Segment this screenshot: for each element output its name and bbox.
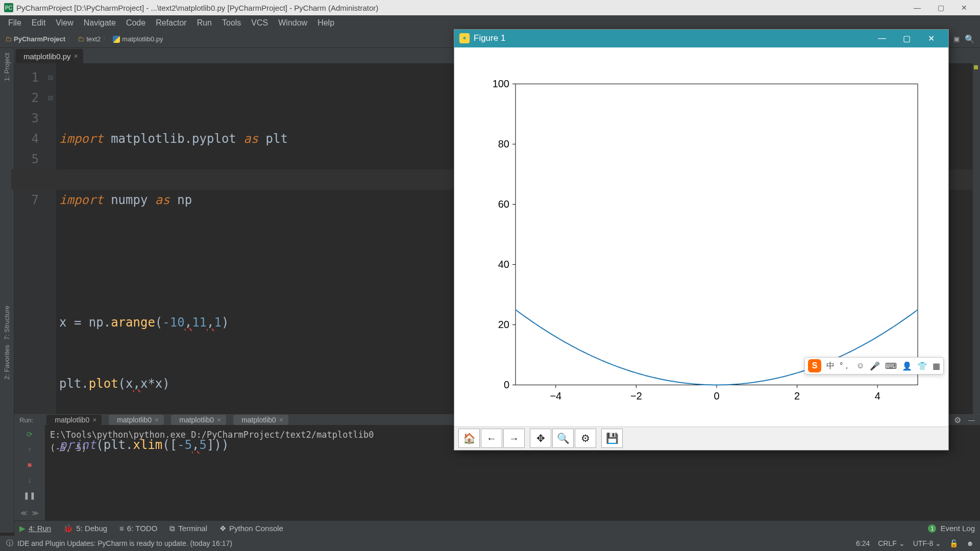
ime-mode-toggle[interactable]: 中	[826, 361, 835, 371]
toolwindow-eventlog-tab[interactable]: Event Log	[940, 524, 975, 533]
readonly-toggle-icon[interactable]: 🔓	[949, 539, 958, 547]
x-tick-label: −2	[630, 390, 642, 401]
next-icon[interactable]: ≫	[32, 509, 39, 517]
menu-run[interactable]: Run	[192, 15, 217, 31]
y-tick-label: 40	[498, 258, 509, 269]
matplotlib-figure-window[interactable]: ✶ Figure 1 — ▢ ✕ 020406080100−4−2024 🏠 ←…	[454, 30, 948, 450]
search-icon[interactable]: 🔍	[965, 34, 975, 44]
menu-help[interactable]: Help	[312, 15, 339, 31]
menu-refactor[interactable]: Refactor	[151, 15, 191, 31]
menu-code[interactable]: Code	[121, 15, 151, 31]
editor-scrollbar[interactable]	[973, 63, 980, 414]
toolwindow-run-tab[interactable]: ▶4: Run	[19, 524, 51, 533]
menu-view[interactable]: View	[51, 15, 78, 31]
menu-vcs[interactable]: VCS	[246, 15, 273, 31]
x-tick-label: 2	[794, 390, 800, 401]
fold-gutter: ⊟ ⊟	[45, 63, 56, 414]
close-icon[interactable]: ×	[217, 416, 221, 424]
folder-icon: 🗀	[78, 35, 84, 43]
inspection-warning-icon[interactable]	[974, 65, 978, 69]
close-icon[interactable]: ×	[92, 416, 96, 424]
figure-close-button[interactable]: ✕	[919, 34, 943, 43]
ime-menu-icon[interactable]: ▦	[933, 361, 940, 371]
window-minimize-button[interactable]: —	[905, 0, 929, 15]
caret-position[interactable]: 6:24	[856, 539, 870, 547]
toolwindow-todo-tab[interactable]: ≡6: TODO	[119, 524, 157, 533]
matplotlib-icon: ✶	[459, 33, 470, 43]
menu-file[interactable]: File	[3, 15, 27, 31]
run-icon: ▶	[19, 524, 26, 533]
minimize-panel-icon[interactable]: —	[968, 416, 975, 424]
crumb-file[interactable]: matplotlib0.py	[113, 35, 163, 43]
figure-titlebar[interactable]: ✶ Figure 1 — ▢ ✕	[454, 30, 948, 47]
toolwindow-structure-tab[interactable]: 7: Structure	[3, 306, 11, 340]
fold-toggle-icon[interactable]: ⊟	[45, 88, 56, 108]
python-file-icon	[113, 36, 120, 43]
figure-maximize-button[interactable]: ▢	[894, 34, 919, 43]
toolwindow-pyconsole-tab[interactable]: ❖Python Console	[219, 524, 283, 533]
toolwindow-terminal-tab[interactable]: ⧉Terminal	[169, 524, 207, 533]
close-icon[interactable]: ×	[279, 416, 283, 424]
svg-rect-0	[516, 84, 918, 385]
sogou-ime-icon[interactable]: S	[808, 359, 821, 372]
editor-tab[interactable]: matplotlib0.py ×	[15, 49, 83, 63]
line-number-gutter: 1 2 3 4 5 6 7	[14, 63, 45, 414]
run-tab[interactable]: matplotlib0×	[171, 415, 226, 425]
down-arrow-icon[interactable]: ↓	[23, 474, 36, 486]
toolwindow-favorites-tab[interactable]: 2: Favorites	[3, 345, 11, 380]
prev-icon[interactable]: ≪	[20, 509, 28, 517]
menu-navigate[interactable]: Navigate	[79, 15, 121, 31]
python-console-icon: ❖	[219, 524, 226, 533]
ime-punct-icon[interactable]: °，	[840, 361, 851, 371]
pycharm-app-icon: PC	[4, 3, 13, 12]
crumb-project-label: PyCharmProject	[14, 35, 65, 43]
crumb-project[interactable]: 🗀 PyCharmProject 〉	[5, 35, 76, 43]
y-tick-label: 20	[498, 318, 509, 330]
figure-minimize-button[interactable]: —	[870, 34, 894, 43]
stop-button[interactable]: ■	[23, 459, 36, 471]
toolbar-generic-icon[interactable]: ▣	[953, 35, 960, 43]
run-tab[interactable]: matplotlib0×	[46, 415, 102, 425]
ime-toolbar[interactable]: S 中 °， ☺ 🎤 ⌨ 👤 👕 ▦	[804, 357, 944, 374]
ime-keyboard-icon[interactable]: ⌨	[885, 361, 897, 371]
window-close-button[interactable]: ✕	[952, 0, 976, 15]
rerun-button[interactable]: ⟳	[23, 428, 36, 440]
toolwindow-project-tab[interactable]: 1: Project	[3, 53, 11, 81]
up-arrow-icon[interactable]: ↑	[23, 443, 36, 456]
close-icon[interactable]: ×	[74, 52, 78, 60]
toolwindow-debug-tab[interactable]: 🐞5: Debug	[63, 524, 107, 533]
close-icon[interactable]: ×	[155, 416, 159, 424]
fold-toggle-icon[interactable]: ⊟	[45, 67, 56, 88]
ime-user-icon[interactable]: 👤	[902, 361, 912, 371]
status-message: IDE and Plugin Updates: PyCharm is ready…	[17, 539, 232, 547]
crumb-folder[interactable]: 🗀 text2 〉	[78, 35, 111, 43]
y-tick-label: 80	[498, 138, 509, 149]
gear-icon[interactable]: ⚙	[954, 415, 961, 425]
y-tick-label: 0	[504, 379, 509, 390]
crumb-folder-label: text2	[86, 35, 101, 43]
ime-voice-icon[interactable]: 🎤	[870, 361, 880, 371]
pause-button[interactable]: ❚❚	[23, 489, 36, 502]
window-title: PyCharmProject [D:\PyCharmProject] - ...…	[16, 4, 378, 12]
line-separator-selector[interactable]: CRLF ⌄	[878, 539, 904, 547]
ime-skin-icon[interactable]: 👕	[917, 361, 927, 371]
encoding-selector[interactable]: UTF-8 ⌄	[913, 539, 942, 547]
editor-tab-label: matplotlib0.py	[23, 52, 71, 61]
menu-window[interactable]: Window	[273, 15, 312, 31]
os-titlebar: PC PyCharmProject [D:\PyCharmProject] - …	[0, 0, 980, 15]
debug-icon: 🐞	[63, 524, 73, 533]
menu-edit[interactable]: Edit	[27, 15, 51, 31]
hector-icon[interactable]: ☻	[966, 539, 974, 547]
y-tick-label: 100	[493, 78, 509, 89]
x-tick-label: 0	[714, 390, 719, 401]
run-tab[interactable]: matplotlib0×	[233, 415, 288, 425]
status-info-icon[interactable]: ⓘ	[6, 539, 13, 548]
window-maximize-button[interactable]: ▢	[929, 0, 952, 15]
ime-emoji-icon[interactable]: ☺	[856, 361, 864, 370]
y-tick-label: 60	[498, 198, 509, 209]
x-tick-label: 4	[875, 390, 880, 401]
crumb-file-label: matplotlib0.py	[122, 35, 163, 43]
menu-tools[interactable]: Tools	[217, 15, 246, 31]
run-nav-arrows: ≪ ≫	[14, 505, 45, 520]
run-tab[interactable]: matplotlib0×	[109, 415, 164, 425]
